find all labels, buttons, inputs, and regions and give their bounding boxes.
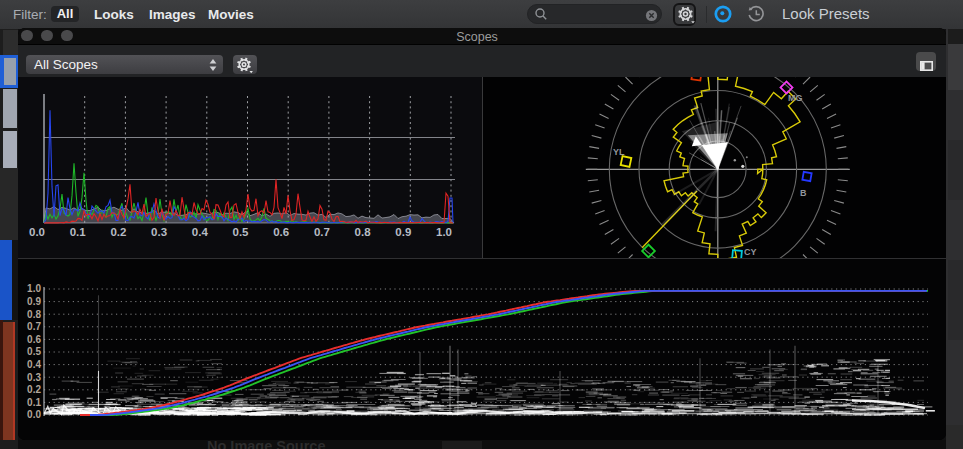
svg-text:0.1: 0.1	[27, 397, 41, 408]
svg-text:YL: YL	[613, 147, 625, 157]
svg-text:0.5: 0.5	[27, 346, 41, 357]
svg-text:0.9: 0.9	[395, 226, 411, 238]
svg-text:0.6: 0.6	[273, 226, 289, 238]
svg-text:0.3: 0.3	[27, 372, 41, 383]
svg-text:0.5: 0.5	[233, 226, 250, 238]
svg-text:0.4: 0.4	[192, 226, 209, 238]
svg-text:0.4: 0.4	[27, 359, 41, 370]
svg-text:MG: MG	[788, 93, 803, 103]
svg-text:0.3: 0.3	[151, 226, 167, 238]
svg-text:B: B	[800, 188, 807, 198]
svg-text:0.7: 0.7	[27, 321, 41, 332]
svg-text:0.8: 0.8	[355, 226, 372, 238]
svg-text:0.7: 0.7	[314, 226, 330, 238]
svg-text:0.0: 0.0	[29, 226, 45, 238]
svg-text:0.2: 0.2	[110, 226, 126, 238]
svg-text:0.0: 0.0	[27, 409, 41, 420]
svg-text:1.0: 1.0	[27, 283, 41, 294]
svg-text:CY: CY	[744, 247, 757, 257]
svg-text:0.2: 0.2	[27, 384, 41, 395]
svg-text:0.8: 0.8	[27, 309, 41, 320]
svg-text:0.1: 0.1	[70, 226, 87, 238]
svg-text:0.9: 0.9	[27, 296, 41, 307]
svg-text:1.0: 1.0	[436, 226, 452, 238]
svg-text:0.6: 0.6	[27, 334, 41, 345]
